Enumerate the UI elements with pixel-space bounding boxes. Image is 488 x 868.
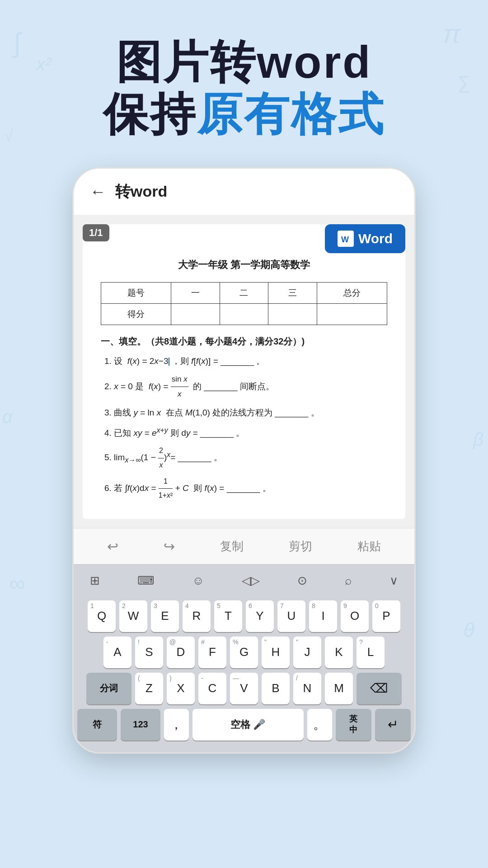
question-4: 4. 已知 xy = ex+y 则 dy = _______ 。: [104, 424, 387, 441]
key-y[interactable]: 6Y: [246, 600, 274, 632]
key-period[interactable]: 。: [307, 709, 332, 741]
key-m[interactable]: M: [325, 673, 353, 704]
doc-paper: 大学一年级 第一学期高等数学 题号 一 二 三 总分 得分: [83, 224, 405, 519]
phone-mockup: ← 转word 1/1 W Word 大学一年级 第一学期高等数学 题号: [0, 167, 488, 754]
doc-title: 大学一年级 第一学期高等数学: [101, 256, 387, 274]
document-area: 1/1 W Word 大学一年级 第一学期高等数学 题号 一 二: [74, 215, 414, 528]
key-comma[interactable]: ，: [164, 709, 189, 741]
topbar-title: 转word: [115, 181, 167, 202]
key-delete[interactable]: ⌫: [357, 673, 402, 704]
question-2: 2. x = 0 是 f(x) = sin xx 的 _______ 间断点。: [104, 372, 387, 402]
key-p[interactable]: 0P: [372, 600, 400, 632]
key-fenci[interactable]: 分词: [86, 673, 131, 704]
edit-toolbar: ↩ ↪ 复制 剪切 粘贴: [74, 528, 414, 564]
table-header-3: 三: [268, 282, 317, 303]
table-cell-4: [317, 303, 387, 325]
key-symbol[interactable]: 符: [77, 709, 117, 741]
table-cell-1: [171, 303, 220, 325]
phone-body: ← 转word 1/1 W Word 大学一年级 第一学期高等数学 题号: [72, 167, 416, 754]
undo-button[interactable]: ↩: [103, 537, 122, 556]
copy-button[interactable]: 复制: [216, 537, 247, 556]
word-export-button[interactable]: W Word: [325, 224, 405, 253]
key-space[interactable]: 空格 🎤: [192, 709, 304, 741]
hero-section: 图片转word 保持原有格式: [0, 0, 488, 158]
table-row-label: 得分: [101, 303, 171, 325]
question-6: 6. 若 ∫f(x)dx = 11+x² + C 则 f(x) = ______…: [104, 475, 387, 503]
text-cursor-icon[interactable]: ◁▷: [236, 571, 265, 590]
key-r[interactable]: 4R: [183, 600, 211, 632]
score-table: 题号 一 二 三 总分 得分: [101, 282, 387, 325]
keyboard-icon[interactable]: ⌨: [132, 571, 160, 590]
word-icon: W: [338, 231, 354, 247]
table-cell-2: [220, 303, 268, 325]
search-icon[interactable]: ⌕: [339, 571, 357, 590]
key-enter[interactable]: ↵: [375, 709, 411, 741]
key-l[interactable]: ?L: [357, 637, 385, 668]
key-e[interactable]: 3E: [151, 600, 179, 632]
key-d[interactable]: @D: [167, 637, 195, 668]
key-c[interactable]: -C: [198, 673, 226, 704]
table-header-4: 总分: [317, 282, 387, 303]
question-5: 5. limx→∞(1 − 2x)x= _______ 。: [104, 444, 387, 472]
word-button-label: Word: [358, 231, 393, 246]
keyboard-row-3: 分词 (Z )X -C —V B /N M ⌫: [77, 673, 411, 704]
collapse-icon[interactable]: ∨: [384, 571, 404, 590]
key-a[interactable]: -A: [103, 637, 131, 668]
keyboard-row-2: -A !S @D #F %G "H "J K ?L: [77, 637, 411, 668]
section1-header: 一、填空。（共8道小题，每小题4分，满分32分）): [101, 333, 387, 349]
table-header-0: 题号: [101, 282, 171, 303]
key-g[interactable]: %G: [230, 637, 258, 668]
table-cell-3: [268, 303, 317, 325]
question-1: 1. 设 f(x) = 2x−3 ，则 f[f(x)] = _______ 。: [104, 353, 387, 369]
back-button[interactable]: ←: [90, 182, 106, 201]
key-k[interactable]: K: [325, 637, 353, 668]
key-u[interactable]: 7U: [277, 600, 305, 632]
phone-topbar: ← 转word: [74, 169, 414, 215]
keyboard: 1Q 2W 3E 4R 5T 6Y 7U 8I 9O 0P -A !S @D #…: [74, 597, 414, 752]
key-123[interactable]: 123: [121, 709, 160, 741]
table-header-1: 一: [171, 282, 220, 303]
key-x[interactable]: )X: [167, 673, 195, 704]
key-lang[interactable]: 英中: [336, 709, 371, 741]
key-o[interactable]: 9O: [341, 600, 369, 632]
cut-button[interactable]: 剪切: [285, 537, 316, 556]
link-icon[interactable]: ⊙: [292, 571, 313, 590]
svg-text:W: W: [341, 235, 349, 244]
hero-line2: 保持原有格式: [0, 88, 488, 140]
emoji-icon[interactable]: ☺: [187, 571, 210, 590]
redo-button[interactable]: ↪: [160, 537, 178, 556]
grid-icon[interactable]: ⊞: [84, 571, 105, 590]
keyboard-toolbar: ⊞ ⌨ ☺ ◁▷ ⊙ ⌕ ∨: [74, 564, 414, 597]
question-3: 3. 曲线 y = ln x 在点 M(1,0) 处的法线方程为 _______…: [104, 405, 387, 421]
keyboard-row-1: 1Q 2W 3E 4R 5T 6Y 7U 8I 9O 0P: [77, 600, 411, 632]
table-header-2: 二: [220, 282, 268, 303]
key-i[interactable]: 8I: [309, 600, 337, 632]
page-badge: 1/1: [83, 224, 109, 241]
keyboard-row-4: 符 123 ， 空格 🎤 。 英中 ↵: [77, 709, 411, 741]
key-z[interactable]: (Z: [135, 673, 163, 704]
key-h[interactable]: "H: [262, 637, 290, 668]
key-f[interactable]: #F: [198, 637, 226, 668]
key-b[interactable]: B: [262, 673, 290, 704]
key-v[interactable]: —V: [230, 673, 258, 704]
hero-line1: 图片转word: [0, 36, 488, 88]
key-w[interactable]: 2W: [119, 600, 147, 632]
paste-button[interactable]: 粘贴: [354, 537, 385, 556]
key-j[interactable]: "J: [293, 637, 321, 668]
key-n[interactable]: /N: [293, 673, 321, 704]
key-q[interactable]: 1Q: [88, 600, 116, 632]
key-t[interactable]: 5T: [214, 600, 242, 632]
key-s[interactable]: !S: [135, 637, 163, 668]
